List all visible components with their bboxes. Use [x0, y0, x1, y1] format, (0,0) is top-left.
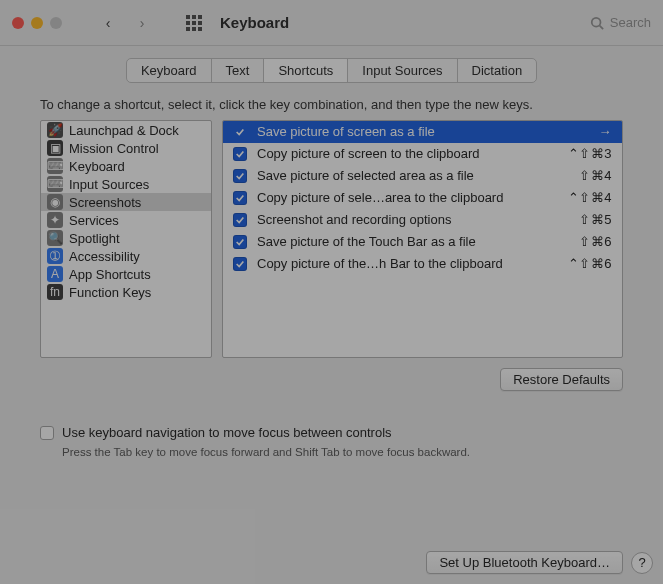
- restore-defaults-button[interactable]: Restore Defaults: [500, 368, 623, 391]
- search-icon: [590, 16, 604, 30]
- category-icon: 🚀: [47, 122, 63, 138]
- chevron-left-icon: ‹: [106, 15, 111, 31]
- category-keyboard[interactable]: ⌨Keyboard: [41, 157, 211, 175]
- instruction-text: To change a shortcut, select it, click t…: [0, 97, 663, 120]
- shortcut-keys: ⇧⌘5: [579, 211, 612, 229]
- zoom-window-button[interactable]: [50, 17, 62, 29]
- category-label: Screenshots: [69, 195, 141, 210]
- category-services[interactable]: ✦Services: [41, 211, 211, 229]
- category-icon: ◉: [47, 194, 63, 210]
- category-app-shortcuts[interactable]: AApp Shortcuts: [41, 265, 211, 283]
- shortcut-checkbox[interactable]: [233, 235, 247, 249]
- shortcut-checkbox[interactable]: [233, 169, 247, 183]
- category-icon: ⌨: [47, 158, 63, 174]
- shortcut-keys: ⌃⇧⌘3: [568, 145, 612, 163]
- category-label: Accessibility: [69, 249, 140, 264]
- category-icon: fn: [47, 284, 63, 300]
- minimize-window-button[interactable]: [31, 17, 43, 29]
- shortcut-keys: ⌃⇧⌘4: [568, 189, 612, 207]
- category-label: Spotlight: [69, 231, 120, 246]
- close-window-button[interactable]: [12, 17, 24, 29]
- titlebar: ‹ › Keyboard Search: [0, 0, 663, 46]
- shortcut-list[interactable]: Save picture of screen as a file→Copy pi…: [222, 120, 623, 358]
- tab-text[interactable]: Text: [212, 59, 265, 82]
- tab-input-sources[interactable]: Input Sources: [348, 59, 457, 82]
- category-icon: ▣: [47, 140, 63, 156]
- shortcut-checkbox[interactable]: [233, 147, 247, 161]
- shortcut-label: Copy picture of sele…area to the clipboa…: [257, 189, 558, 207]
- category-icon: ➀: [47, 248, 63, 264]
- shortcut-row[interactable]: Screenshot and recording options⇧⌘5: [223, 209, 622, 231]
- category-launchpad-dock[interactable]: 🚀Launchpad & Dock: [41, 121, 211, 139]
- tab-dictation[interactable]: Dictation: [458, 59, 537, 82]
- category-label: App Shortcuts: [69, 267, 151, 282]
- category-icon: 🔍: [47, 230, 63, 246]
- bluetooth-keyboard-button[interactable]: Set Up Bluetooth Keyboard…: [426, 551, 623, 574]
- category-icon: ✦: [47, 212, 63, 228]
- keyboard-nav-label: Use keyboard navigation to move focus be…: [62, 425, 392, 440]
- help-button[interactable]: ?: [631, 552, 653, 574]
- category-accessibility[interactable]: ➀Accessibility: [41, 247, 211, 265]
- category-mission-control[interactable]: ▣Mission Control: [41, 139, 211, 157]
- shortcut-keys: ⇧⌘4: [579, 167, 612, 185]
- category-list[interactable]: 🚀Launchpad & Dock▣Mission Control⌨Keyboa…: [40, 120, 212, 358]
- tab-keyboard[interactable]: Keyboard: [127, 59, 212, 82]
- shortcut-row[interactable]: Save picture of the Touch Bar as a file⇧…: [223, 231, 622, 253]
- svg-point-0: [592, 17, 601, 26]
- category-icon: A: [47, 266, 63, 282]
- category-input-sources[interactable]: ⌨Input Sources: [41, 175, 211, 193]
- shortcut-row[interactable]: Save picture of screen as a file→: [223, 121, 622, 143]
- shortcut-label: Copy picture of the…h Bar to the clipboa…: [257, 255, 558, 273]
- category-label: Services: [69, 213, 119, 228]
- shortcut-label: Copy picture of screen to the clipboard: [257, 145, 558, 163]
- category-function-keys[interactable]: fnFunction Keys: [41, 283, 211, 301]
- category-icon: ⌨: [47, 176, 63, 192]
- category-label: Function Keys: [69, 285, 151, 300]
- category-label: Launchpad & Dock: [69, 123, 179, 138]
- category-spotlight[interactable]: 🔍Spotlight: [41, 229, 211, 247]
- shortcut-keys: ⌃⇧⌘6: [568, 255, 612, 273]
- shortcut-label: Screenshot and recording options: [257, 211, 569, 229]
- search-field[interactable]: Search: [590, 15, 651, 30]
- shortcut-label: Save picture of screen as a file: [257, 123, 589, 141]
- back-button[interactable]: ‹: [96, 11, 120, 35]
- shortcut-checkbox[interactable]: [233, 191, 247, 205]
- window-controls: [12, 17, 62, 29]
- shortcut-row[interactable]: Copy picture of screen to the clipboard⌃…: [223, 143, 622, 165]
- chevron-right-icon: ›: [140, 15, 145, 31]
- shortcut-checkbox[interactable]: [233, 125, 247, 139]
- show-all-button[interactable]: [182, 11, 206, 35]
- grid-icon: [186, 15, 202, 31]
- category-label: Keyboard: [69, 159, 125, 174]
- shortcut-checkbox[interactable]: [233, 257, 247, 271]
- keyboard-nav-checkbox[interactable]: [40, 426, 54, 440]
- shortcut-row[interactable]: Save picture of selected area as a file⇧…: [223, 165, 622, 187]
- tab-bar: KeyboardTextShortcutsInput SourcesDictat…: [0, 46, 663, 97]
- shortcut-row[interactable]: Copy picture of sele…area to the clipboa…: [223, 187, 622, 209]
- shortcut-label: Save picture of selected area as a file: [257, 167, 569, 185]
- category-label: Mission Control: [69, 141, 159, 156]
- shortcut-checkbox[interactable]: [233, 213, 247, 227]
- shortcut-keys: →: [599, 123, 613, 141]
- svg-line-1: [599, 25, 603, 29]
- shortcut-row[interactable]: Copy picture of the…h Bar to the clipboa…: [223, 253, 622, 275]
- shortcut-keys: ⇧⌘6: [579, 233, 612, 251]
- shortcut-label: Save picture of the Touch Bar as a file: [257, 233, 569, 251]
- category-label: Input Sources: [69, 177, 149, 192]
- keyboard-nav-hint: Press the Tab key to move focus forward …: [62, 446, 623, 458]
- forward-button[interactable]: ›: [130, 11, 154, 35]
- category-screenshots[interactable]: ◉Screenshots: [41, 193, 211, 211]
- window-title: Keyboard: [220, 14, 289, 31]
- search-placeholder: Search: [610, 15, 651, 30]
- tab-shortcuts[interactable]: Shortcuts: [264, 59, 348, 82]
